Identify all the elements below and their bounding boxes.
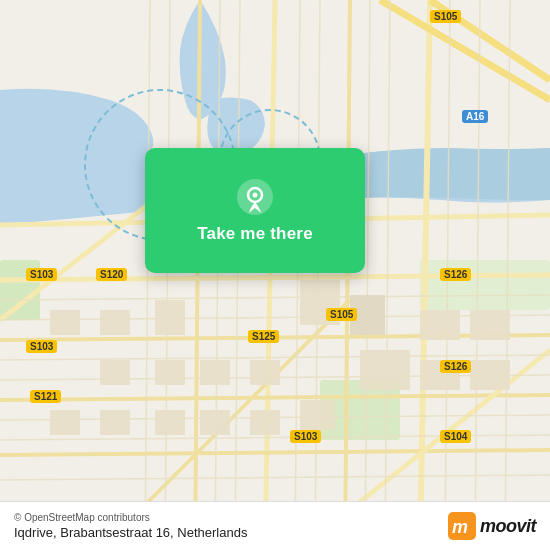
badge-s126-1: S126: [440, 268, 471, 281]
svg-rect-52: [470, 360, 510, 390]
badge-s105-mid: S105: [326, 308, 357, 321]
badge-a16: A16: [462, 110, 488, 123]
svg-point-64: [253, 192, 258, 197]
svg-rect-50: [470, 310, 510, 340]
svg-rect-45: [100, 360, 130, 385]
badge-s103-2: S103: [26, 340, 57, 353]
svg-rect-39: [155, 300, 185, 335]
svg-rect-53: [50, 410, 80, 435]
svg-text:m: m: [452, 517, 468, 537]
badge-s125: S125: [248, 330, 279, 343]
moovit-logo: m moovit: [448, 512, 536, 540]
svg-rect-42: [360, 350, 410, 390]
bottom-left: © OpenStreetMap contributors Iqdrive, Br…: [14, 512, 247, 540]
map-container: S103 S120 S103 S121 S125 S105 S105 S126 …: [0, 0, 550, 550]
badge-s126-2: S126: [440, 360, 471, 373]
moovit-icon: m: [448, 512, 476, 540]
osm-credit: © OpenStreetMap contributors: [14, 512, 247, 523]
location-name: Iqdrive, Brabantsestraat 16, Netherlands: [14, 525, 247, 540]
svg-rect-55: [155, 410, 185, 435]
svg-rect-54: [100, 410, 130, 435]
svg-rect-43: [50, 310, 80, 335]
svg-rect-44: [100, 310, 130, 335]
badge-s103-3: S103: [290, 430, 321, 443]
popup-card: Take me there: [145, 148, 365, 273]
svg-rect-46: [155, 360, 185, 385]
badge-s105-top: S105: [430, 10, 461, 23]
badge-s104: S104: [440, 430, 471, 443]
badge-s121: S121: [30, 390, 61, 403]
take-me-there-button[interactable]: Take me there: [197, 224, 313, 244]
svg-rect-48: [250, 360, 280, 385]
svg-rect-57: [250, 410, 280, 435]
badge-s120: S120: [96, 268, 127, 281]
moovit-text: moovit: [480, 516, 536, 537]
svg-rect-56: [200, 410, 230, 435]
svg-rect-47: [200, 360, 230, 385]
svg-rect-58: [300, 400, 335, 430]
svg-rect-3: [420, 260, 550, 310]
badge-s103-1: S103: [26, 268, 57, 281]
location-pin-icon: [236, 178, 274, 216]
bottom-bar: © OpenStreetMap contributors Iqdrive, Br…: [0, 501, 550, 550]
svg-rect-49: [420, 310, 460, 340]
